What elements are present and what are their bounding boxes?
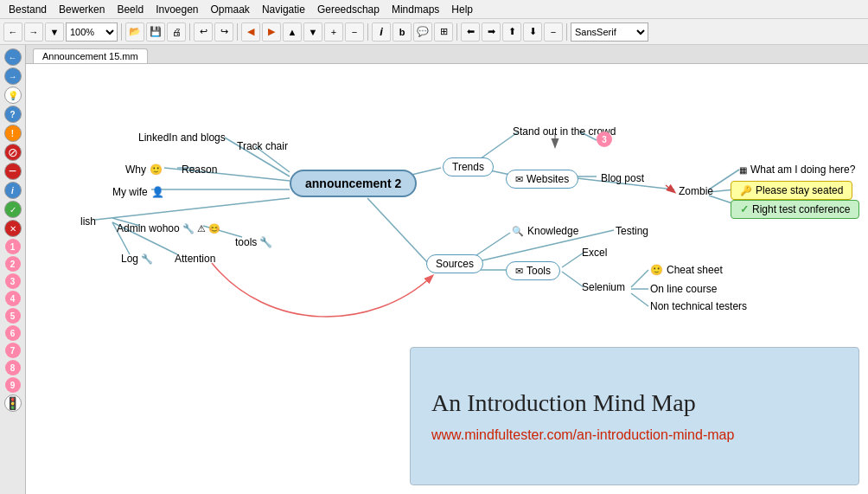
node-online-course[interactable]: On line course	[641, 280, 725, 298]
sidebar-num6[interactable]: 6	[5, 325, 21, 341]
open-button[interactable]: 📂	[125, 22, 144, 42]
sidebar: ← → 💡 ? ! ⊘ − i ✓ ✕ 1 2 3 4 5 6 7 8 9 🚦	[0, 45, 26, 494]
sidebar-num8[interactable]: 8	[5, 360, 21, 375]
up-button[interactable]: ▲	[283, 22, 302, 42]
sidebar-bulb-icon[interactable]: 💡	[4, 87, 22, 104]
bold-right[interactable]: ▶	[262, 22, 281, 42]
node-admin[interactable]: Admin wohoo 🔧 ⚠ 😊	[108, 220, 229, 237]
menu-bestand[interactable]: Bestand	[3, 2, 52, 17]
nav-left[interactable]: ⬅	[461, 22, 480, 42]
admin-icon2: ⚠	[197, 223, 206, 234]
node-selenium[interactable]: Selenium	[573, 279, 634, 296]
menu-gereedschap[interactable]: Gereedschap	[312, 2, 385, 17]
node-knowledge-label: Knowledge	[527, 225, 578, 237]
info-url[interactable]: www.mindfultester.com/an-introduction-mi…	[431, 427, 838, 443]
node-tools-small[interactable]: tools 🔧	[227, 234, 281, 251]
menu-bewerken[interactable]: Bewerken	[54, 2, 110, 17]
menu-beeld[interactable]: Beeld	[112, 2, 149, 17]
filter-button[interactable]: ▼	[45, 22, 64, 42]
sidebar-num5[interactable]: 5	[5, 308, 21, 324]
sidebar-exclamation-icon[interactable]: !	[4, 125, 22, 142]
node-excel[interactable]: Excel	[573, 244, 616, 261]
svg-line-1	[367, 198, 428, 263]
node-tools[interactable]: ✉ Tools	[506, 261, 560, 280]
sidebar-check-icon[interactable]: ✓	[4, 201, 22, 218]
back-button[interactable]: ←	[3, 22, 22, 42]
node-what-am-i[interactable]: ▦ What am I doing here?	[731, 161, 864, 178]
comment-button[interactable]: 💬	[413, 22, 432, 42]
node-log-label: Log	[121, 253, 138, 265]
sidebar-traffic-icon[interactable]: 🚦	[4, 395, 22, 412]
forward-button[interactable]: →	[24, 22, 43, 42]
node-sources[interactable]: Sources	[426, 254, 483, 273]
node-right-test[interactable]: ✓ Right test conference	[731, 200, 859, 219]
smiley-why-icon: 🙂	[150, 164, 163, 176]
sidebar-num2[interactable]: 2	[5, 256, 21, 272]
nav-right[interactable]: ➡	[482, 22, 501, 42]
node-please-stay[interactable]: 🔑 Please stay seated	[731, 181, 852, 200]
separator-1	[121, 23, 122, 41]
zoom-select[interactable]: 100%	[66, 22, 118, 42]
menu-invoegen[interactable]: Invoegen	[150, 2, 203, 17]
node-attention[interactable]: Attention	[166, 250, 224, 267]
node-websites[interactable]: ✉ Websites	[506, 170, 578, 189]
menu-opmaak[interactable]: Opmaak	[206, 2, 255, 17]
font-select[interactable]: SansSerif	[571, 22, 648, 42]
person-icon: 👤	[151, 186, 164, 198]
node-trends[interactable]: Trends	[443, 157, 494, 176]
print-button[interactable]: 🖨	[167, 22, 186, 42]
plus-button[interactable]: +	[324, 22, 343, 42]
nav-up[interactable]: ⬆	[502, 22, 521, 42]
node-non-technical[interactable]: Non technical testers	[641, 298, 756, 315]
check-small-icon: ✓	[740, 203, 749, 215]
toolbar: ← → ▼ 100% 📂 💾 🖨 ↩ ↪ ◀ ▶ ▲ ▼ + − i b 💬 ⊞…	[0, 19, 868, 45]
sidebar-num7[interactable]: 7	[5, 343, 21, 358]
node-lish[interactable]: lish	[72, 213, 105, 230]
redo-button[interactable]: ↪	[214, 22, 233, 42]
sidebar-num1[interactable]: 1	[5, 239, 21, 254]
node-my-wife[interactable]: My wife 👤	[104, 183, 173, 201]
node-central[interactable]: announcement 2	[290, 170, 417, 197]
node-please-stay-label: Please stay seated	[756, 184, 843, 196]
table-button[interactable]: ⊞	[434, 22, 453, 42]
nav-minus[interactable]: −	[544, 22, 563, 42]
down-button[interactable]: ▼	[303, 22, 322, 42]
node-blog-post[interactable]: Blog post	[592, 170, 653, 187]
minus-button[interactable]: −	[345, 22, 364, 42]
undo-button[interactable]: ↩	[194, 22, 213, 42]
sidebar-x-icon[interactable]: ✕	[4, 220, 22, 237]
save-button[interactable]: 💾	[146, 22, 165, 42]
sidebar-fwd-icon[interactable]: →	[4, 67, 22, 85]
menu-navigatie[interactable]: Navigatie	[257, 2, 310, 17]
sidebar-num4[interactable]: 4	[5, 291, 21, 306]
node-track-chair[interactable]: Track chair	[228, 138, 297, 155]
node-linkedin[interactable]: LinkedIn and blogs	[130, 129, 234, 146]
node-why[interactable]: Why 🙂	[117, 161, 171, 178]
bold-button[interactable]: b	[393, 22, 412, 42]
sidebar-back-icon[interactable]: ←	[4, 48, 22, 66]
sidebar-info-icon[interactable]: i	[4, 182, 22, 199]
menu-help[interactable]: Help	[446, 2, 478, 17]
menu-mindmaps[interactable]: Mindmaps	[386, 2, 444, 17]
node-zombie[interactable]: Zombie	[670, 183, 722, 200]
nav-down[interactable]: ⬇	[523, 22, 542, 42]
sidebar-num9[interactable]: 9	[5, 377, 21, 393]
node-log[interactable]: Log 🔧	[112, 250, 162, 267]
node-what-am-i-label: What am I doing here?	[750, 164, 855, 176]
admin-icon3: 😊	[208, 223, 220, 234]
email-icon: ✉	[515, 174, 523, 185]
sidebar-stop-icon[interactable]: ⊘	[4, 144, 22, 161]
node-knowledge[interactable]: 🔍 Knowledge	[503, 222, 587, 240]
smiley-icon: 🙂	[650, 264, 663, 276]
node-testing[interactable]: Testing	[607, 222, 657, 240]
sidebar-num3[interactable]: 3	[5, 273, 21, 289]
info-button[interactable]: i	[372, 22, 391, 42]
tab-announcement[interactable]: Announcement 15.mm	[33, 48, 148, 63]
tools-email-icon: ✉	[515, 266, 523, 277]
mind-map-canvas: announcement 2 Trends ✉ Websites Stand o…	[26, 64, 868, 494]
sidebar-minus-icon[interactable]: −	[4, 163, 22, 180]
node-cheat-sheet[interactable]: 🙂 Cheat sheet	[641, 261, 731, 279]
node-reason[interactable]: Reason	[173, 161, 226, 178]
sidebar-question-icon[interactable]: ?	[4, 106, 22, 123]
bold-left[interactable]: ◀	[241, 22, 260, 42]
